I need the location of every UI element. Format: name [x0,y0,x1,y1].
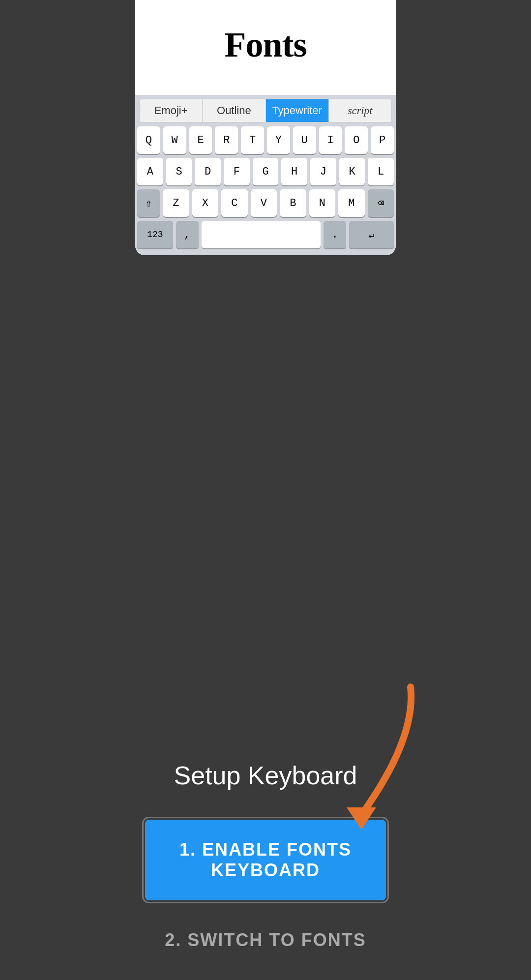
key-o[interactable]: O [345,126,368,154]
key-numbers[interactable]: 123 [137,221,173,248]
key-f[interactable]: F [224,158,250,185]
key-return[interactable]: ↵ [349,221,394,248]
key-m[interactable]: M [338,189,365,217]
key-u[interactable]: U [293,126,316,154]
tab-script[interactable]: script [329,99,391,122]
key-period[interactable]: . [324,221,346,248]
key-j[interactable]: J [310,158,336,185]
key-k[interactable]: K [339,158,365,185]
key-l[interactable]: L [368,158,394,185]
keyboard-row-4: 123 , . ↵ [137,221,394,248]
key-shift[interactable]: ⇧ [137,189,160,217]
key-e[interactable]: E [189,126,212,154]
key-c[interactable]: C [221,189,248,217]
key-b[interactable]: B [280,189,306,217]
keyboard-row-3: ⇧ Z X C V B N M ⌫ [137,189,394,217]
phone-mockup: Fonts Emoji+ Outline Typewriter script Q… [135,0,396,255]
tab-emoji[interactable]: Emoji+ [140,99,203,122]
font-tabs: Emoji+ Outline Typewriter script [139,99,392,122]
key-x[interactable]: X [192,189,219,217]
key-comma[interactable]: , [176,221,199,248]
key-w[interactable]: W [163,126,186,154]
arrow-svg [297,682,425,830]
key-v[interactable]: V [251,189,277,217]
key-g[interactable]: G [253,158,279,185]
key-p[interactable]: P [371,126,394,154]
key-t[interactable]: T [241,126,264,154]
svg-marker-0 [347,807,376,830]
key-y[interactable]: Y [267,126,290,154]
key-q[interactable]: Q [137,126,160,154]
key-space[interactable] [202,221,321,248]
key-n[interactable]: N [309,189,336,217]
key-d[interactable]: D [195,158,221,185]
key-a[interactable]: A [137,158,163,185]
tab-outline[interactable]: Outline [203,99,266,122]
switch-to-fonts-label[interactable]: 2. SWITCH TO FONTS [165,930,366,950]
keyboard-row-1: Q W E R T Y U I O P [137,126,394,154]
key-i[interactable]: I [319,126,342,154]
enable-fonts-keyboard-button[interactable]: 1. ENABLE FONTS KEYBOARD [145,820,386,900]
key-backspace[interactable]: ⌫ [368,189,394,217]
key-h[interactable]: H [281,158,307,185]
tab-typewriter[interactable]: Typewriter [266,99,329,122]
key-s[interactable]: S [166,158,192,185]
keyboard-container: Emoji+ Outline Typewriter script Q W E R… [135,95,396,255]
setup-section: Setup Keyboard 1. ENABLE FONTS KEYBOARD … [0,761,531,980]
key-r[interactable]: R [215,126,238,154]
key-z[interactable]: Z [163,189,189,217]
keyboard-row-2: A S D F G H J K L [137,158,394,185]
fonts-title: Fonts [135,10,396,95]
